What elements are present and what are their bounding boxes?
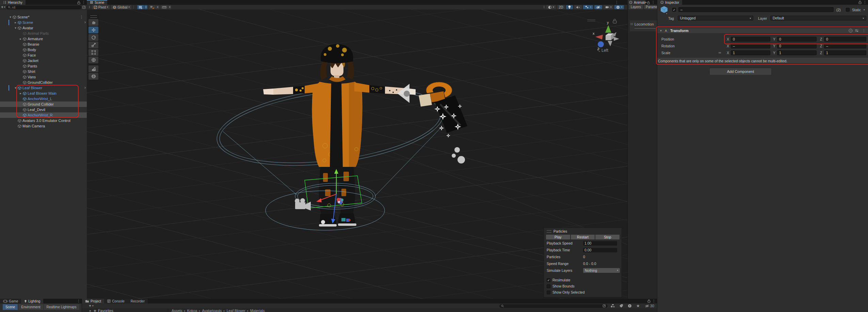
search-window-icon[interactable] (82, 5, 86, 9)
simulate-layers-dropdown[interactable]: Nothing▾ (583, 268, 620, 273)
hierarchy-row-avatar[interactable]: ▾ Avatar (0, 25, 87, 31)
checkbox[interactable]: ✓ (547, 278, 550, 282)
hierarchy-row-beanie[interactable]: Beanie (0, 42, 87, 47)
hierarchy-row-leaf-blower-main[interactable]: ▸ Leaf Blower Main (0, 91, 87, 96)
hierarchy-row-ground-collider[interactable]: Ground Collider (0, 102, 87, 107)
lock-icon[interactable] (858, 0, 862, 4)
tab-project[interactable]: Project (82, 299, 104, 303)
kebab-icon[interactable]: ⋮ (650, 0, 656, 5)
prefab-open-arrow[interactable]: › (84, 85, 86, 90)
play-button[interactable]: Play (546, 235, 570, 239)
tab-hierarchy[interactable]: Hierarchy (0, 0, 26, 5)
rotation-z-field[interactable]: – (824, 44, 866, 48)
draw-mode-dropdown[interactable]: ▾ (546, 5, 556, 9)
grid-visibility-button[interactable]: Y (137, 5, 144, 9)
layer-dropdown[interactable]: Default▾ (770, 16, 866, 20)
playback-time-field[interactable]: 0.00 (583, 248, 617, 252)
position-z-field[interactable]: 0 (824, 37, 866, 42)
tab-animator[interactable]: Animator (628, 0, 645, 5)
breadcrumb[interactable]: Assets▸Kokoa▸Avatartoasts▸Leaf Blower▸Ma… (172, 309, 265, 312)
lock-icon[interactable] (647, 299, 651, 303)
pivot-toggle[interactable]: Pivot▾ (92, 5, 110, 9)
hierarchy-row-main-camera[interactable]: Main Camera (0, 123, 87, 129)
lighting-tab-environment[interactable]: Environment (18, 304, 43, 310)
foldout-icon[interactable]: ▾ (659, 29, 663, 32)
snap-button[interactable] (149, 5, 156, 9)
tab-recorder[interactable]: Recorder (128, 299, 148, 303)
hidden-count-toggle[interactable]: 30 (645, 304, 654, 308)
breadcrumb-segment[interactable]: Leaf Blower (227, 309, 245, 312)
checkbox[interactable] (547, 284, 550, 288)
handle-rotation-toggle[interactable]: Global▾ (111, 5, 131, 9)
animator-subtab-layers[interactable]: Layers (629, 5, 643, 9)
transform-tool[interactable] (89, 57, 98, 63)
show-bounds-toggle[interactable]: Show Bounds (547, 284, 575, 288)
hierarchy-row-animal-parts[interactable]: Animal Parts (0, 31, 87, 36)
lighting-tab-scene[interactable]: Scene (3, 304, 18, 310)
hierarchy-row-body[interactable]: Body (0, 47, 87, 52)
favorites-label[interactable]: Favorites (98, 309, 113, 312)
increment-snap-button[interactable] (161, 5, 168, 9)
tab-inspector[interactable]: Inspector (657, 0, 682, 5)
hierarchy-row-shirt[interactable]: Shirt (0, 69, 87, 74)
rect-tool[interactable] (89, 49, 98, 56)
breadcrumb-segment[interactable]: Assets (172, 309, 182, 312)
hierarchy-row-vans[interactable]: Vans (0, 74, 87, 80)
lock-icon[interactable] (647, 1, 650, 5)
kebab-icon[interactable]: ⋮ (80, 15, 83, 19)
kebab-icon[interactable]: ⋮ (76, 299, 82, 303)
foldout-icon[interactable]: ▸ (18, 92, 23, 95)
checkbox[interactable] (547, 291, 550, 294)
custom-tool[interactable] (89, 73, 98, 80)
foldout-icon[interactable]: ▸ (88, 309, 93, 312)
prefab-open-arrow[interactable]: › (84, 20, 86, 25)
scene-visibility-toggle[interactable] (594, 5, 602, 9)
create-dropdown-icon[interactable]: ▾ (4, 6, 5, 9)
static-checkbox[interactable] (846, 8, 850, 12)
foldout-icon[interactable]: ▸ (18, 37, 23, 41)
foldout-icon[interactable]: ▾ (13, 26, 18, 30)
overlay-handle[interactable] (90, 15, 97, 18)
audio-mute-toggle[interactable] (574, 5, 582, 9)
hierarchy-row-anchorwrist-r[interactable]: AnchorWrist_R (0, 112, 87, 118)
position-x-field[interactable]: 0 (731, 37, 770, 42)
playback-speed-field[interactable]: 1.00 (583, 241, 617, 246)
grid-dropdown[interactable]: ▾ (144, 5, 148, 9)
tab-scene[interactable]: Scene (87, 0, 107, 5)
foldout-icon[interactable]: ▾ (13, 86, 18, 90)
hierarchy-row-scene-[interactable]: ▾ Scene* ⋮ (0, 14, 87, 20)
hierarchy-row-pants[interactable]: Pants (0, 63, 87, 69)
stop-button[interactable]: Stop (595, 235, 620, 239)
hierarchy-row-scene[interactable]: ▸ Scene › (0, 20, 87, 25)
snap-dropdown[interactable]: ▾ (156, 5, 159, 9)
scale-tool[interactable] (89, 42, 98, 48)
search-window-icon[interactable] (602, 304, 606, 308)
hierarchy-row-groundcollider[interactable]: GroundCollider (0, 80, 87, 85)
rotate-tool[interactable] (89, 34, 98, 41)
toolbar-handle[interactable]: ‖ (89, 5, 91, 9)
kebab-icon[interactable]: ⋮ (614, 0, 620, 5)
position-y-field[interactable]: 0 (777, 37, 817, 42)
particle-edit-tool[interactable] (89, 65, 98, 72)
restart-button[interactable]: Restart (571, 235, 595, 239)
increment-snap-dropdown[interactable]: ▾ (168, 5, 172, 9)
hierarchy-row-avatars-3-0-emulator-control[interactable]: Avatars 3.0 Emulator Control (0, 118, 87, 123)
tab-lighting[interactable]: Lighting (21, 299, 43, 303)
overlay-handle[interactable] (547, 230, 551, 233)
tag-dropdown[interactable]: Untagged▾ (678, 16, 753, 20)
rotation-x-field[interactable]: – (731, 44, 770, 48)
hierarchy-row-armature[interactable]: ▸ Armature (0, 36, 87, 42)
breadcrumb-segment[interactable]: Kokoa (187, 309, 197, 312)
gizmos-dropdown[interactable]: ▾ (614, 5, 624, 9)
tab-console[interactable]: Console (104, 299, 128, 303)
foldout-icon[interactable]: ▸ (13, 21, 18, 24)
hierarchy-search-input[interactable]: All (6, 5, 81, 9)
name-field[interactable]: – (678, 7, 834, 12)
help-icon[interactable]: ? (849, 29, 853, 33)
transform-component-header[interactable]: ▾ Transform ? ⋮ (657, 28, 868, 34)
hierarchy-row-leaf-blower[interactable]: ▾ Leaf Blower › (0, 85, 87, 91)
lighting-toggle[interactable] (566, 5, 573, 9)
lighting-tab-realtime-lightmaps[interactable]: Realtime Lightmaps (44, 304, 79, 310)
favorites-star-icon[interactable]: ★ (636, 303, 640, 308)
add-component-button[interactable]: Add Component (709, 68, 772, 75)
